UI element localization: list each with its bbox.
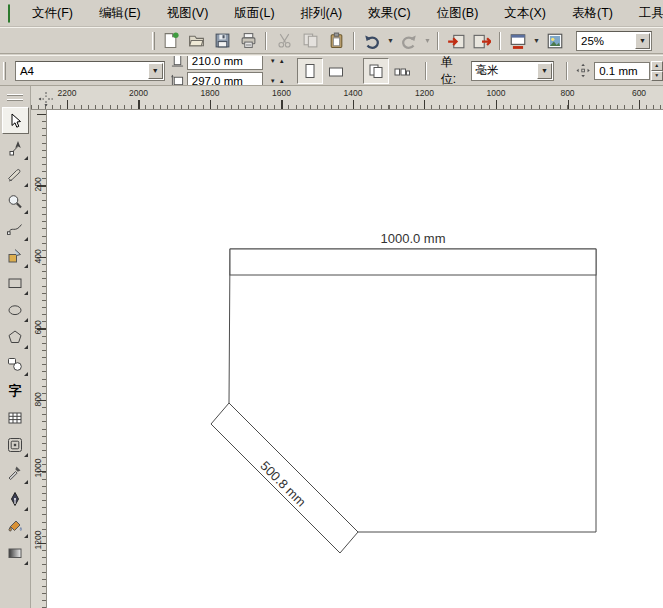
menu-edit[interactable]: 编辑(E) [86,1,154,26]
crop-tool[interactable] [2,161,29,188]
redo-button[interactable] [396,30,422,52]
menu-text[interactable]: 文本(X) [491,1,559,26]
welcome-screen-button[interactable] [542,30,568,52]
units-dropdown[interactable]: ▼ [537,63,552,79]
open-button[interactable] [183,30,209,52]
save-disk-icon [214,32,231,49]
toolbox-grip[interactable] [7,94,23,101]
menu-view[interactable]: 视图(V) [154,1,222,26]
vruler-label: 800 [33,393,43,406]
horizontal-ruler[interactable]: 2200 2000 1800 1600 1400 1200 1000 800 6… [31,86,663,110]
units-value: 毫米 [472,63,537,78]
freehand-tool[interactable] [2,215,29,242]
units-label: 单位: [441,55,467,86]
paper-preset-combo[interactable]: A4 ▼ [15,61,165,81]
fill-tool[interactable] [2,512,29,539]
shape-tool[interactable] [2,134,29,161]
contour-icon [7,437,23,453]
pick-arrow-icon [7,113,23,129]
knife-icon [7,167,23,183]
eyedropper-tool[interactable] [2,458,29,485]
page-width-field[interactable]: 210.0 mm [187,55,263,70]
nudge-offset-field[interactable]: 0.1 mm [594,62,649,80]
zoom-level-combo[interactable]: 25% ▼ [576,31,652,51]
print-button[interactable] [235,30,261,52]
hruler-label: 2200 [58,88,77,98]
menu-effects[interactable]: 效果(C) [355,1,423,26]
flyout-indicator [24,345,28,349]
basic-shapes-tool[interactable] [2,350,29,377]
cut-button[interactable] [271,30,297,52]
app-document-icon[interactable] [8,4,10,23]
propbar-grip[interactable] [3,62,6,80]
flyout-indicator [24,534,28,538]
page-height-spinner[interactable]: ▼▲ [270,78,285,84]
flyout-indicator [24,183,28,187]
hruler-label: 2000 [129,88,148,98]
ruler-origin[interactable] [38,91,54,107]
page-height-field[interactable]: 297.0 mm [187,72,263,87]
table-tool[interactable] [2,404,29,431]
save-button[interactable] [209,30,235,52]
open-folder-icon [188,32,205,49]
application-launcher-dropdown[interactable]: ▼ [531,30,542,52]
paper-preset-dropdown[interactable]: ▼ [148,63,163,79]
export-button[interactable] [469,30,495,52]
flyout-indicator [24,507,28,511]
application-launcher-button[interactable] [505,30,531,52]
standard-toolbar: ▼ ▼ ▼ 25% ▼ [0,27,663,54]
portrait-icon [301,62,319,80]
table-grid-icon [7,410,23,426]
zoom-dropdown-button[interactable]: ▼ [635,33,650,49]
menu-arrange[interactable]: 排列(A) [288,1,356,26]
text-tool[interactable]: 字 [2,377,29,404]
landscape-button[interactable] [323,58,349,84]
toolbar-grip[interactable] [152,32,155,50]
polygon-tool[interactable] [2,323,29,350]
text-tool-glyph: 字 [9,382,22,400]
zoom-tool[interactable] [2,188,29,215]
paper-height-icon [171,74,184,86]
smart-fill-tool[interactable] [2,242,29,269]
menu-table[interactable]: 表格(T) [559,1,626,26]
ellipse-tool[interactable] [2,296,29,323]
menu-file[interactable]: 文件(F) [19,1,86,26]
menu-tools[interactable]: 工具(O) [626,1,663,26]
menu-bitmaps[interactable]: 位图(B) [424,1,492,26]
paste-button[interactable] [323,30,349,52]
copy-pages-icon [302,32,319,49]
drawing-svg: 1000.0 mm 500.8 mm [47,110,663,608]
toolbox: 字 [0,86,31,608]
paper-width-icon [171,55,184,67]
rectangle-tool[interactable] [2,269,29,296]
facing-pages-button[interactable] [389,58,415,84]
flyout-indicator [24,480,28,484]
drawing-canvas[interactable]: 1000.0 mm 500.8 mm [47,110,663,608]
undo-button[interactable] [359,30,385,52]
flyout-indicator [24,210,28,214]
interactive-fill-tool[interactable] [2,539,29,566]
top-dimension-bar[interactable] [230,249,596,275]
magnifier-icon [7,194,23,210]
hruler-label: 1600 [272,88,291,98]
page-width-spinner[interactable]: ▼▲ [270,58,285,64]
new-button[interactable] [157,30,183,52]
contour-tool[interactable] [2,431,29,458]
portrait-button[interactable] [297,58,323,84]
top-dimension-label[interactable]: 1000.0 mm [380,231,445,246]
menu-layout[interactable]: 版面(L) [221,1,287,26]
copy-button[interactable] [297,30,323,52]
redo-dropdown[interactable]: ▼ [422,30,433,52]
zoom-level-value: 25% [577,35,635,47]
all-pages-button[interactable] [363,58,389,84]
import-button[interactable] [443,30,469,52]
nudge-spinner[interactable]: ▲▼ [651,61,663,81]
vertical-ruler[interactable]: 200 400 600 800 1000 1200 [31,110,47,608]
pick-tool[interactable] [2,107,29,134]
undo-dropdown[interactable]: ▼ [385,30,396,52]
landscape-icon [327,62,345,80]
hruler-label: 1200 [415,88,434,98]
hruler-label: 1000 [487,88,506,98]
units-combo[interactable]: 毫米 ▼ [471,61,554,81]
outline-tool[interactable] [2,485,29,512]
